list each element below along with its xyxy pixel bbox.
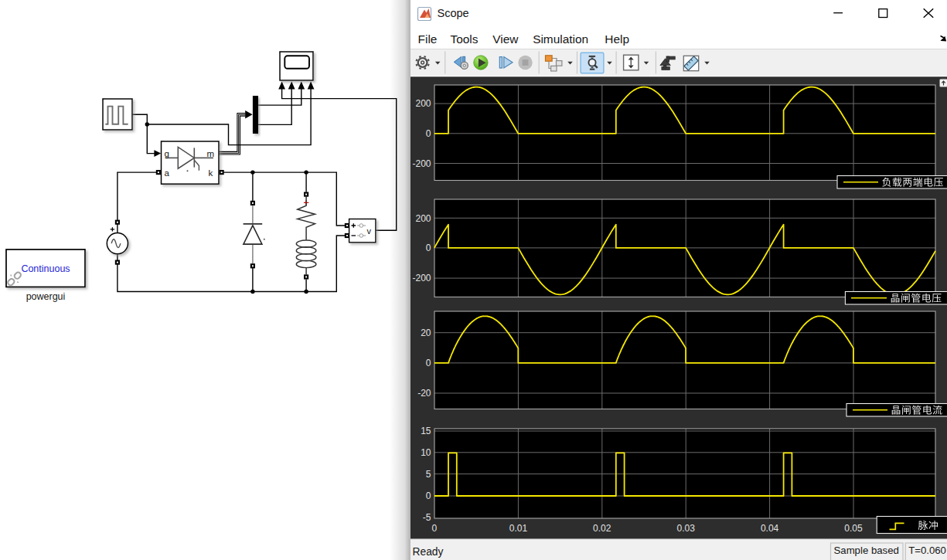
- svg-text:5: 5: [426, 469, 431, 480]
- svg-text:g: g: [165, 149, 169, 158]
- svg-text:15: 15: [421, 426, 431, 436]
- svg-text:0.04: 0.04: [761, 523, 779, 534]
- svg-text:a: a: [165, 168, 170, 178]
- svg-text:0: 0: [426, 358, 431, 368]
- svg-text:m: m: [207, 149, 215, 158]
- svg-text:200: 200: [415, 213, 431, 224]
- svg-text:20: 20: [421, 328, 431, 338]
- svg-text:0.03: 0.03: [677, 523, 696, 534]
- svg-text:0: 0: [426, 243, 431, 253]
- svg-text:Continuous: Continuous: [21, 263, 70, 274]
- svg-text:-20: -20: [417, 388, 431, 399]
- svg-text:-200: -200: [412, 158, 431, 169]
- svg-text:0: 0: [432, 523, 438, 534]
- svg-text:200: 200: [415, 98, 431, 109]
- svg-text:Ready: Ready: [413, 546, 444, 558]
- svg-text:0: 0: [426, 490, 431, 501]
- svg-text:0.02: 0.02: [593, 523, 611, 534]
- svg-text:Help: Help: [605, 32, 629, 46]
- svg-text:Scope: Scope: [438, 7, 469, 19]
- svg-text:-200: -200: [412, 273, 431, 283]
- svg-text:Simulation: Simulation: [533, 32, 588, 46]
- svg-text:Tools: Tools: [451, 32, 479, 46]
- svg-text:File: File: [418, 32, 438, 46]
- svg-text:10: 10: [421, 447, 431, 458]
- svg-text:v: v: [367, 226, 372, 236]
- svg-text:Sample based: Sample based: [834, 545, 899, 556]
- svg-text:0: 0: [426, 128, 431, 139]
- svg-text:View: View: [492, 32, 519, 46]
- svg-text:T=0.060: T=0.060: [908, 545, 946, 556]
- svg-text:powergui: powergui: [26, 291, 66, 302]
- svg-text:-5: -5: [423, 512, 431, 523]
- svg-text:0.05: 0.05: [844, 523, 863, 534]
- svg-text:k: k: [209, 168, 213, 178]
- svg-text:0.01: 0.01: [509, 523, 528, 534]
